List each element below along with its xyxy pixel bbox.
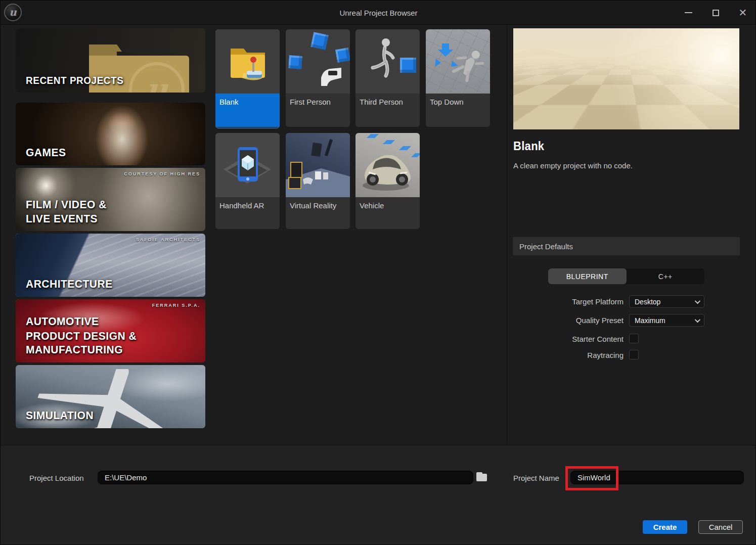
template-virtual-reality[interactable]: Virtual Reality: [286, 133, 350, 229]
quality-preset-value: Maximum: [635, 316, 665, 325]
category-label: GAMES: [26, 145, 66, 159]
image-credit: FERRARI S.P.A.: [152, 303, 200, 308]
svg-text:u: u: [146, 72, 168, 93]
title-bar: u Unreal Project Browser ✕: [1, 1, 756, 25]
minimize-icon[interactable]: [682, 6, 695, 19]
project-location-input[interactable]: [98, 471, 473, 484]
template-handheld-ar[interactable]: Handheld AR: [215, 133, 280, 229]
handheld-ar-thumbnail: [215, 133, 280, 197]
sports-car-icon: [355, 133, 420, 197]
maximize-icon[interactable]: [709, 6, 722, 19]
gun-icon: [286, 29, 350, 94]
template-first-person[interactable]: First Person: [286, 29, 350, 127]
first-person-thumbnail: [286, 29, 350, 94]
project-name-label: Project Name: [513, 474, 559, 482]
template-label: Blank: [215, 94, 280, 127]
target-platform-value: Desktop: [635, 298, 660, 306]
category-games[interactable]: GAMES: [16, 103, 205, 165]
chevron-down-icon: [695, 298, 700, 303]
template-label: Handheld AR: [215, 197, 280, 229]
category-film-video[interactable]: COURTESY OF HIGH RES FILM / VIDEO & LIVE…: [16, 168, 205, 231]
window-title: Unreal Project Browser: [1, 1, 756, 25]
selected-template-description: A clean empty project with no code.: [513, 161, 633, 170]
category-simulation[interactable]: SIMULATION: [16, 365, 205, 428]
mannequin-icon: [355, 29, 420, 94]
template-label: Virtual Reality: [286, 197, 350, 229]
annotation-highlight-box: [565, 466, 618, 490]
category-label: ARCHITECTURE: [26, 277, 113, 291]
selected-template-title: Blank: [513, 139, 544, 154]
template-label: Vehicle: [355, 197, 420, 229]
category-recent-projects[interactable]: u RECENT PROJECTS: [16, 28, 205, 93]
chevron-down-icon: [695, 316, 700, 322]
close-icon[interactable]: ✕: [736, 6, 749, 19]
template-preview-image: [513, 28, 739, 129]
panel-divider: [507, 25, 507, 444]
image-credit: SAFDIE ARCHITECTS: [136, 237, 200, 242]
template-vehicle[interactable]: Vehicle: [355, 133, 420, 229]
unreal-project-browser-window: u Unreal Project Browser ✕ u RECENT PROJ…: [0, 0, 756, 545]
folder-joystick-icon: [215, 29, 280, 94]
blueprint-toggle-button[interactable]: BLUEPRINT: [548, 268, 627, 284]
template-third-person[interactable]: Third Person: [355, 29, 420, 127]
quality-preset-dropdown[interactable]: Maximum: [629, 314, 704, 327]
phone-ar-icon: [215, 133, 280, 197]
raytracing-checkbox[interactable]: [629, 350, 639, 359]
template-label: Third Person: [355, 94, 420, 127]
category-architecture[interactable]: SAFDIE ARCHITECTS ARCHITECTURE: [16, 234, 205, 297]
project-location-label: Project Location: [29, 474, 84, 482]
image-credit: COURTESY OF HIGH RES: [124, 171, 200, 176]
category-automotive[interactable]: FERRARI S.P.A. AUTOMOTIVE PRODUCT DESIGN…: [16, 299, 205, 362]
footer-bar: Project Location Project Name Create Can…: [1, 445, 756, 545]
raytracing-label: Raytracing: [512, 351, 624, 359]
target-platform-label: Target Platform: [512, 297, 624, 306]
blank-thumbnail: [215, 29, 280, 94]
starter-content-checkbox[interactable]: [629, 334, 639, 343]
template-blank[interactable]: Blank: [215, 29, 280, 128]
top-down-thumbnail: [426, 29, 490, 94]
category-label: AUTOMOTIVE PRODUCT DESIGN & MANUFACTURIN…: [26, 314, 137, 356]
third-person-thumbnail: [355, 29, 420, 94]
target-platform-dropdown[interactable]: Desktop: [629, 295, 704, 308]
category-label: SIMULATION: [26, 408, 94, 422]
template-top-down[interactable]: Top Down: [426, 29, 490, 127]
virtual-reality-thumbnail: [286, 133, 350, 197]
category-label: FILM / VIDEO & LIVE EVENTS: [26, 197, 107, 225]
template-label: Top Down: [426, 94, 490, 127]
vehicle-thumbnail: [355, 133, 420, 197]
category-label: RECENT PROJECTS: [26, 74, 123, 86]
browse-folder-icon[interactable]: [476, 472, 487, 481]
create-button[interactable]: Create: [643, 520, 687, 534]
project-defaults-header: Project Defaults: [513, 237, 740, 255]
starter-content-label: Starter Content: [512, 335, 624, 343]
template-label: First Person: [286, 94, 350, 127]
top-down-arrows-mannequin-icon: [426, 29, 490, 94]
cpp-toggle-button[interactable]: C++: [627, 268, 705, 284]
quality-preset-label: Quality Preset: [512, 316, 624, 325]
cancel-button[interactable]: Cancel: [698, 520, 743, 534]
vr-scene-icon: [286, 133, 350, 197]
language-toggle: BLUEPRINT C++: [548, 268, 704, 284]
